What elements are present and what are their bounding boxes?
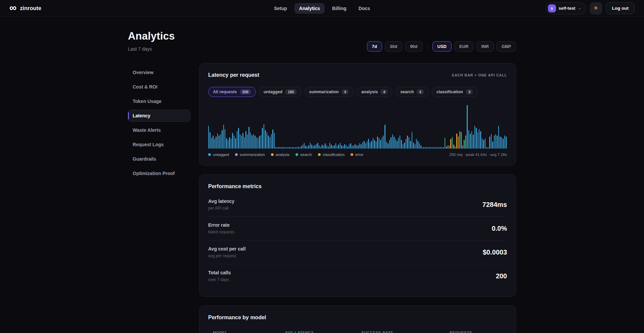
latency-bar[interactable] (361, 144, 361, 149)
latency-bar[interactable] (479, 129, 479, 149)
latency-bar[interactable] (349, 145, 350, 149)
latency-bar[interactable] (217, 133, 218, 149)
latency-bar[interactable] (264, 124, 264, 149)
latency-bar[interactable] (442, 147, 442, 149)
latency-bar[interactable] (374, 140, 375, 149)
latency-bar[interactable] (326, 145, 327, 149)
latency-bar[interactable] (272, 129, 273, 149)
latency-bar[interactable] (258, 138, 258, 149)
latency-bar[interactable] (334, 145, 334, 149)
latency-bar[interactable] (245, 131, 246, 149)
sidebar-item-request-logs[interactable]: Request Logs (128, 138, 190, 151)
latency-bar[interactable] (265, 130, 266, 149)
sidebar-item-token-usage[interactable]: Token Usage (128, 95, 190, 107)
latency-bar[interactable] (310, 143, 311, 149)
latency-bar[interactable] (410, 141, 411, 149)
sidebar-item-waste-alerts[interactable]: Waste Alerts (128, 124, 190, 136)
latency-bar[interactable] (450, 139, 451, 149)
latency-bar[interactable] (406, 139, 406, 149)
latency-bar[interactable] (419, 143, 420, 149)
latency-bar[interactable] (483, 140, 484, 149)
latency-bar[interactable] (251, 135, 252, 149)
filter-chip-summarization[interactable]: summarization4 (305, 87, 354, 97)
latency-bar[interactable] (283, 147, 284, 149)
latency-bar[interactable] (413, 143, 414, 149)
latency-bar[interactable] (295, 147, 295, 149)
latency-bar[interactable] (386, 142, 387, 149)
sidebar-item-overview[interactable]: Overview (128, 66, 190, 78)
latency-bar[interactable] (359, 143, 360, 149)
latency-bar[interactable] (287, 147, 288, 149)
latency-bar[interactable] (400, 135, 400, 149)
latency-bar[interactable] (473, 134, 473, 149)
latency-bar[interactable] (284, 147, 285, 149)
filter-chip-untagged[interactable]: untagged185 (259, 87, 302, 97)
latency-bar[interactable] (267, 132, 267, 149)
latency-bar[interactable] (453, 145, 454, 149)
latency-bar[interactable] (362, 142, 363, 149)
latency-bar[interactable] (250, 132, 251, 149)
latency-bar[interactable] (486, 147, 487, 149)
latency-bar[interactable] (280, 147, 281, 149)
latency-bar[interactable] (223, 125, 224, 149)
latency-bar[interactable] (432, 147, 433, 149)
latency-bar[interactable] (461, 132, 462, 149)
latency-bar[interactable] (256, 137, 257, 149)
latency-bar[interactable] (429, 147, 430, 149)
latency-bar[interactable] (210, 132, 210, 149)
latency-bar[interactable] (431, 147, 432, 149)
latency-bar[interactable] (222, 130, 222, 149)
latency-bar[interactable] (303, 145, 303, 149)
latency-bar[interactable] (428, 147, 429, 149)
latency-bar[interactable] (367, 142, 367, 149)
latency-bar[interactable] (407, 135, 408, 149)
currency-button-inr[interactable]: INR (476, 41, 494, 52)
latency-bar[interactable] (234, 135, 234, 149)
latency-bar[interactable] (446, 147, 447, 149)
latency-bar[interactable] (347, 147, 348, 149)
latency-bar[interactable] (471, 131, 472, 149)
latency-bar[interactable] (459, 131, 460, 149)
latency-bar[interactable] (232, 133, 233, 149)
latency-bar[interactable] (455, 147, 456, 149)
latency-bar[interactable] (373, 138, 373, 149)
latency-bar[interactable] (320, 147, 321, 149)
latency-bar[interactable] (417, 141, 418, 149)
brand[interactable]: ∞ zinroute (9, 4, 41, 13)
latency-bar[interactable] (262, 128, 263, 149)
latency-bar[interactable] (225, 129, 225, 149)
latency-bar[interactable] (448, 145, 448, 149)
latency-bar[interactable] (313, 146, 314, 149)
latency-bar[interactable] (370, 143, 370, 149)
filter-chip-all-requests[interactable]: All requests200 (208, 87, 256, 97)
latency-bar[interactable] (247, 134, 248, 149)
latency-bar[interactable] (253, 134, 254, 149)
latency-bar[interactable] (449, 146, 450, 149)
latency-bar[interactable] (298, 147, 298, 149)
latency-bar[interactable] (377, 136, 378, 149)
latency-bar[interactable] (423, 147, 424, 149)
latency-bar[interactable] (329, 143, 330, 149)
latency-bar[interactable] (416, 139, 417, 149)
latency-bar[interactable] (311, 145, 312, 149)
latency-bar[interactable] (238, 128, 239, 149)
theme-toggle-button[interactable]: ☀ (590, 2, 602, 14)
currency-button-gbp[interactable]: GBP (497, 41, 516, 52)
latency-bar[interactable] (387, 143, 388, 149)
latency-bar[interactable] (452, 137, 453, 149)
latency-bar[interactable] (248, 127, 249, 149)
latency-bar[interactable] (301, 146, 302, 149)
range-button-90d[interactable]: 90d (405, 41, 422, 52)
latency-bar[interactable] (293, 147, 294, 149)
latency-bar[interactable] (434, 147, 434, 149)
sidebar-item-optimization-proof[interactable]: Optimization Proof (128, 167, 190, 179)
latency-bar[interactable] (458, 136, 459, 149)
latency-bar[interactable] (462, 145, 463, 149)
latency-bar[interactable] (401, 140, 402, 149)
range-button-7d[interactable]: 7d (367, 41, 382, 52)
latency-bar[interactable] (480, 131, 481, 149)
latency-bar[interactable] (397, 141, 397, 149)
filter-chip-analysis[interactable]: analysis4 (357, 87, 393, 97)
latency-bar[interactable] (504, 135, 505, 149)
latency-bar[interactable] (358, 145, 358, 149)
